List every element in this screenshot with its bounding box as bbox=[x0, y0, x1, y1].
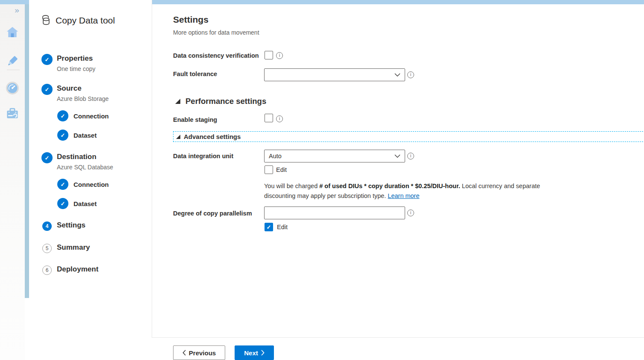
info-icon[interactable]: i bbox=[407, 210, 414, 216]
step-properties-sub: One time copy bbox=[57, 65, 95, 72]
chevron-down-icon bbox=[394, 154, 400, 158]
toolbox-icon bbox=[6, 106, 19, 120]
step-destination[interactable]: Destination bbox=[57, 153, 97, 161]
next-button[interactable]: Next bbox=[235, 345, 274, 360]
diu-edit-label: Edit bbox=[276, 166, 287, 173]
check-icon: ✓ bbox=[61, 113, 65, 119]
enable-staging-label: Enable staging bbox=[173, 116, 217, 123]
check-icon: ✓ bbox=[45, 155, 50, 161]
step-settings[interactable]: Settings bbox=[57, 221, 85, 230]
diu-edit-checkbox[interactable] bbox=[265, 165, 273, 174]
billing-formula: # of used DIUs * copy duration * $0.25/D… bbox=[319, 183, 460, 189]
step-deployment-number: 6 bbox=[42, 266, 52, 275]
previous-button[interactable]: Previous bbox=[173, 345, 225, 360]
gauge-icon bbox=[6, 81, 19, 95]
step-source-dataset[interactable]: Dataset bbox=[74, 132, 97, 139]
data-consistency-label: Data consistency verification bbox=[173, 52, 259, 59]
data-consistency-checkbox[interactable] bbox=[265, 51, 273, 59]
fault-tolerance-label: Fault tolerance bbox=[173, 71, 217, 77]
parallelism-edit-checkbox[interactable]: ✓ bbox=[265, 223, 273, 231]
wizard-title: Copy Data tool bbox=[56, 15, 115, 26]
chevron-left-icon bbox=[182, 350, 186, 356]
page-title: Settings bbox=[173, 15, 209, 25]
rail-home-button[interactable] bbox=[6, 25, 19, 39]
copy-data-icon bbox=[40, 15, 52, 28]
info-icon[interactable]: i bbox=[407, 71, 414, 78]
step-source-sub: Azure Blob Storage bbox=[57, 95, 109, 102]
fault-tolerance-dropdown[interactable] bbox=[264, 68, 405, 81]
performance-settings-header[interactable]: Performance settings bbox=[175, 97, 266, 106]
diu-value: Auto bbox=[269, 153, 394, 159]
info-icon[interactable]: i bbox=[407, 153, 414, 159]
footer-divider bbox=[152, 337, 644, 338]
learn-more-link[interactable]: Learn more bbox=[388, 192, 419, 199]
page-subtitle: More options for data movement bbox=[173, 29, 259, 36]
enable-staging-checkbox[interactable] bbox=[265, 114, 273, 122]
step-source-check: ✓ bbox=[41, 84, 53, 95]
step-source-connection[interactable]: Connection bbox=[74, 112, 109, 120]
rail-monitor-button[interactable] bbox=[6, 81, 19, 95]
chevron-right-icon bbox=[261, 350, 265, 356]
parallelism-edit-label: Edit bbox=[277, 224, 288, 230]
check-icon: ✓ bbox=[267, 224, 271, 230]
step-source-dataset-check: ✓ bbox=[57, 130, 68, 141]
step-properties[interactable]: Properties bbox=[57, 54, 93, 63]
advanced-settings-title: Advanced settings bbox=[184, 133, 241, 140]
step-destination-dataset[interactable]: Dataset bbox=[74, 200, 97, 207]
step-deployment[interactable]: Deployment bbox=[57, 265, 98, 274]
step-summary-number: 5 bbox=[42, 244, 52, 253]
step-destination-sub: Azure SQL Database bbox=[57, 164, 113, 171]
info-icon[interactable]: i bbox=[276, 52, 283, 59]
collapse-sidebar-button[interactable]: » bbox=[10, 5, 22, 15]
billing-note: You will be charged # of used DIUs * cop… bbox=[264, 181, 547, 201]
step-source[interactable]: Source bbox=[57, 84, 82, 93]
next-button-label: Next bbox=[244, 349, 258, 357]
step-summary[interactable]: Summary bbox=[57, 243, 90, 252]
info-icon[interactable]: i bbox=[276, 115, 283, 122]
check-icon: ✓ bbox=[61, 132, 65, 139]
rail-divider bbox=[7, 70, 20, 70]
parallelism-input[interactable] bbox=[264, 207, 405, 219]
advanced-settings-header[interactable]: Advanced settings bbox=[173, 131, 644, 142]
wizard-panel: Copy Data tool ✓ Properties One time cop… bbox=[29, 0, 152, 338]
copy-data-tool-window: » bbox=[0, 0, 644, 360]
billing-prefix: You will be charged bbox=[264, 183, 319, 189]
check-icon: ✓ bbox=[45, 86, 50, 93]
rail-accent-strip bbox=[25, 4, 29, 298]
rail-manage-button[interactable] bbox=[6, 106, 19, 120]
pencil-icon bbox=[6, 54, 19, 68]
step-destination-check: ✓ bbox=[41, 152, 53, 163]
nav-rail: » bbox=[0, 4, 25, 360]
home-icon bbox=[6, 25, 19, 39]
rail-author-button[interactable] bbox=[6, 54, 19, 68]
collapse-triangle-icon bbox=[176, 135, 180, 139]
parallelism-label: Degree of copy parallelism bbox=[173, 210, 252, 217]
check-icon: ✓ bbox=[61, 181, 65, 188]
diu-dropdown[interactable]: Auto bbox=[264, 150, 405, 162]
step-properties-check: ✓ bbox=[41, 54, 53, 65]
step-settings-number: 4 bbox=[42, 221, 52, 231]
step-destination-dataset-check: ✓ bbox=[57, 198, 68, 209]
collapse-triangle-icon bbox=[175, 99, 180, 104]
chevron-down-icon bbox=[394, 73, 400, 77]
step-destination-connection-check: ✓ bbox=[57, 179, 68, 190]
performance-settings-title: Performance settings bbox=[185, 97, 266, 106]
step-destination-connection[interactable]: Connection bbox=[74, 181, 109, 188]
check-icon: ✓ bbox=[45, 56, 50, 63]
step-source-connection-check: ✓ bbox=[57, 110, 68, 121]
diu-label: Data integration unit bbox=[173, 153, 233, 159]
check-icon: ✓ bbox=[61, 201, 65, 207]
previous-button-label: Previous bbox=[189, 349, 216, 357]
